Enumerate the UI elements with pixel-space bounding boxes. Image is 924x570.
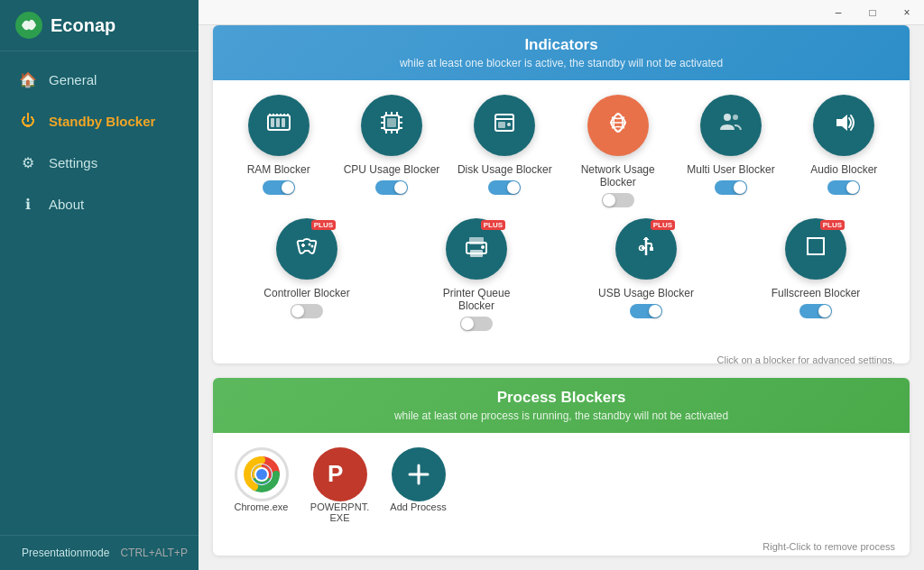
- printer-icon-wrap: PLUS: [446, 218, 507, 280]
- powerpoint-icon: P: [313, 447, 367, 501]
- printer-toggle[interactable]: [460, 317, 493, 331]
- logo-area: Econap: [0, 0, 199, 51]
- controller-toggle[interactable]: [291, 304, 323, 318]
- right-click-hint: Right-Click to remove process: [213, 538, 910, 556]
- maximize-button[interactable]: □: [855, 0, 890, 25]
- svg-point-32: [733, 115, 738, 120]
- home-icon: 🏠: [18, 69, 38, 89]
- network-blocker[interactable]: Network Usage Blocker: [568, 95, 668, 207]
- network-icon: [604, 108, 633, 143]
- sidebar-item-about[interactable]: ℹ About: [0, 183, 199, 225]
- printer-plus-badge: PLUS: [481, 220, 505, 230]
- svg-marker-33: [836, 115, 847, 131]
- chrome-icon: [235, 447, 289, 501]
- ram-toggle[interactable]: [263, 180, 295, 195]
- usb-blocker-name: USB Usage Blocker: [598, 287, 694, 299]
- main-content: Indicators while at least one blocker is…: [199, 0, 924, 570]
- sidebar-item-standby-blocker[interactable]: ⏻ Standby Blocker: [0, 100, 199, 142]
- audio-blocker[interactable]: Audio Blocker: [794, 95, 893, 207]
- sidebar-item-general-label: General: [49, 72, 97, 87]
- indicators-title: Indicators: [231, 36, 892, 54]
- svg-rect-12: [387, 118, 396, 127]
- audio-toggle[interactable]: [827, 180, 860, 195]
- sidebar-nav: 🏠 General ⏻ Standby Blocker ⚙ Settings ℹ…: [0, 51, 199, 535]
- printer-icon: [462, 232, 491, 267]
- multiuser-blocker-name: Multi User Blocker: [687, 163, 774, 176]
- sidebar-item-about-label: About: [49, 197, 84, 212]
- presentation-shortcut: CTRL+ALT+P: [120, 547, 187, 559]
- sidebar-item-settings[interactable]: ⚙ Settings: [0, 142, 199, 183]
- cpu-blocker-name: CPU Usage Blocker: [344, 163, 440, 176]
- multiuser-toggle[interactable]: [715, 180, 747, 195]
- chrome-process[interactable]: Chrome.exe: [227, 447, 295, 523]
- fullscreen-icon: [801, 232, 830, 267]
- svg-text:P: P: [328, 460, 343, 487]
- multiuser-icon: [716, 108, 745, 143]
- ram-icon-wrap: [248, 95, 310, 156]
- svg-rect-3: [276, 118, 280, 127]
- svg-point-28: [507, 123, 511, 126]
- close-button[interactable]: ×: [890, 0, 924, 25]
- cpu-blocker[interactable]: CPU Usage Blocker: [342, 95, 441, 207]
- controller-plus-badge: PLUS: [311, 220, 336, 230]
- minimize-button[interactable]: –: [821, 0, 855, 25]
- indicators-header: Indicators while at least one blocker is…: [213, 25, 910, 80]
- fullscreen-blocker[interactable]: PLUS Fullscreen Blocker: [766, 218, 865, 331]
- power-icon: ⏻: [18, 111, 38, 131]
- sidebar: Econap 🏠 General ⏻ Standby Blocker ⚙ Set…: [0, 0, 199, 570]
- ram-icon: [264, 108, 293, 143]
- svg-point-36: [309, 243, 311, 245]
- window-chrome: – □ ×: [199, 0, 924, 25]
- usb-blocker[interactable]: PLUS USB Usage Blocker: [596, 218, 696, 331]
- controller-blocker-name: Controller Blocker: [263, 287, 349, 299]
- sidebar-item-settings-label: Settings: [49, 155, 97, 170]
- usb-icon: [632, 232, 661, 267]
- click-hint: Click on a blocker for advanced settings…: [213, 351, 910, 363]
- cpu-icon: [377, 108, 406, 143]
- controller-icon: [292, 232, 321, 267]
- svg-rect-40: [470, 250, 483, 257]
- disk-toggle[interactable]: [488, 180, 521, 195]
- add-process[interactable]: Add Process: [384, 447, 452, 523]
- cpu-toggle[interactable]: [375, 180, 408, 195]
- add-process-label: Add Process: [390, 501, 446, 512]
- svg-rect-27: [498, 122, 505, 128]
- process-blockers-section: Process Blockers while at least one proc…: [213, 378, 910, 556]
- svg-rect-45: [650, 247, 653, 251]
- process-list: Chrome.exe P POWERPNT.EXE Add Process: [213, 433, 910, 538]
- info-icon: ℹ: [18, 194, 38, 214]
- presentation-mode-label: Presentationmode: [22, 547, 109, 559]
- indicators-subtitle: while at least one blocker is active, th…: [231, 57, 892, 69]
- usb-toggle[interactable]: [630, 304, 662, 318]
- process-blockers-subtitle: while at least one process is running, t…: [231, 409, 892, 422]
- app-name: Econap: [51, 15, 116, 36]
- network-blocker-name: Network Usage Blocker: [568, 163, 668, 188]
- powerpoint-process-name: POWERPNT.EXE: [310, 501, 369, 523]
- process-blockers-title: Process Blockers: [231, 389, 892, 407]
- sidebar-item-general[interactable]: 🏠 General: [0, 59, 199, 100]
- network-icon-wrap: [587, 95, 649, 156]
- network-toggle[interactable]: [602, 193, 634, 207]
- disk-blocker[interactable]: Disk Usage Blocker: [455, 95, 554, 207]
- presentation-mode-bar: Presentationmode CTRL+ALT+P: [0, 535, 199, 570]
- usb-icon-wrap: PLUS: [615, 218, 677, 280]
- disk-icon: [490, 108, 519, 143]
- multiuser-blocker[interactable]: Multi User Blocker: [681, 95, 781, 207]
- usb-plus-badge: PLUS: [651, 220, 675, 230]
- ram-blocker-name: RAM Blocker: [247, 163, 310, 176]
- disk-icon-wrap: [474, 95, 535, 156]
- blockers-grid: RAM Blocker CPU Usage Blocker: [213, 80, 910, 351]
- controller-blocker[interactable]: PLUS Controller Blocker: [257, 218, 356, 331]
- fullscreen-icon-wrap: PLUS: [785, 218, 846, 280]
- svg-point-31: [724, 114, 731, 121]
- chrome-process-name: Chrome.exe: [235, 501, 289, 512]
- gear-icon: ⚙: [18, 152, 38, 172]
- controller-icon-wrap: PLUS: [276, 218, 337, 280]
- powerpoint-process[interactable]: P POWERPNT.EXE: [306, 447, 374, 523]
- ram-blocker[interactable]: RAM Blocker: [229, 95, 328, 207]
- svg-point-41: [481, 245, 485, 249]
- printer-blocker[interactable]: PLUS Printer Queue Blocker: [427, 218, 526, 331]
- audio-icon: [829, 108, 858, 143]
- fullscreen-toggle[interactable]: [799, 304, 832, 318]
- svg-point-37: [311, 244, 314, 247]
